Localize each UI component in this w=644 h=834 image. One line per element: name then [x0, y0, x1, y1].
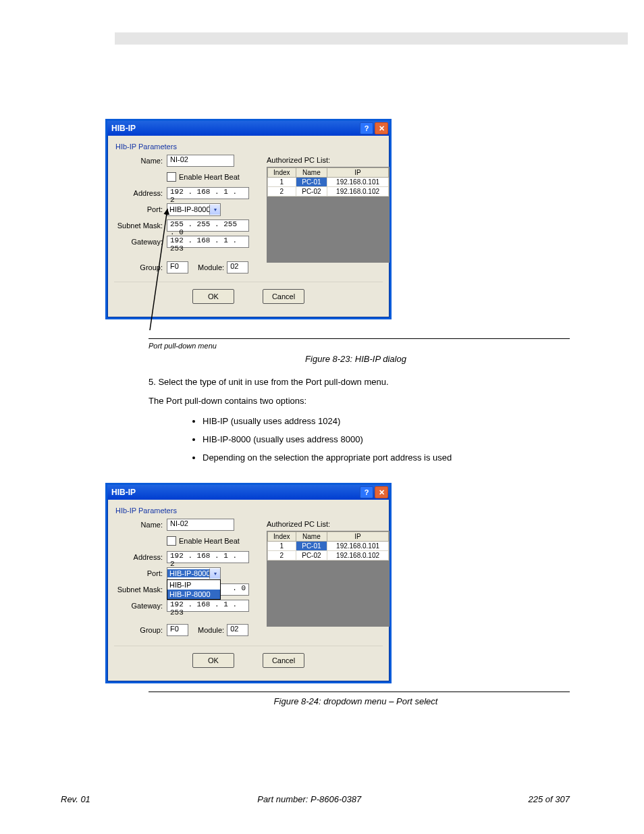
th-name[interactable]: Name [296, 168, 327, 178]
name-field[interactable]: NI-02 [167, 519, 234, 531]
th-index[interactable]: Index [268, 532, 296, 542]
list-item: HIB-IP (usually uses address 1024) [203, 416, 563, 426]
pclist-label: Authorized PC List: [267, 520, 388, 528]
ok-button[interactable]: OK [192, 653, 234, 668]
address-field[interactable]: 192 . 168 . 1 . 2 [167, 187, 249, 199]
group-field[interactable]: F0 [167, 624, 188, 636]
bullet-list: HIB-IP (usually uses address 1024) HIB-I… [176, 416, 563, 463]
group-legend: HIb-IP Parameters [115, 506, 383, 515]
list-item: HIB-IP-8000 (usually uses address 8000) [203, 434, 563, 444]
port-option[interactable]: HIB-IP [167, 580, 220, 590]
th-name[interactable]: Name [296, 532, 327, 542]
table-row: 1 PC-01 192.168.0.101 [268, 542, 389, 551]
footer-part: Part number: P-8606-0387 [257, 794, 361, 804]
cancel-button[interactable]: Cancel [263, 289, 304, 304]
body-text: The Port pull-down contains two options: [149, 395, 563, 407]
svg-line-0 [150, 209, 167, 330]
table-row: 1 PC-01 192.168.0.101 [268, 178, 389, 187]
footer-page: 225 of 307 [529, 794, 570, 804]
table-row: 2 PC-02 192.168.0.102 [268, 551, 389, 561]
th-ip[interactable]: IP [327, 168, 389, 178]
module-field[interactable]: 02 [227, 624, 248, 636]
close-button[interactable]: ✕ [375, 486, 388, 498]
help-button[interactable]: ? [360, 486, 373, 498]
port-label: Port: [114, 569, 167, 577]
th-index[interactable]: Index [268, 168, 296, 178]
table-row: 2 PC-02 192.168.0.102 [268, 187, 389, 197]
pclist-label: Authorized PC List: [267, 156, 388, 164]
gateway-label: Gateway: [114, 602, 167, 610]
figure-caption-2: Figure 8-24: dropdown menu – Port select [68, 696, 644, 706]
hibip-dialog-2: HIB-IP ? ✕ HIb-IP Parameters Name: NI-02 [105, 483, 392, 683]
address-label: Address: [114, 553, 167, 561]
heartbeat-label: Enable Heart Beat [179, 173, 240, 181]
module-field[interactable]: 02 [227, 261, 248, 273]
window-title: HIB-IP [111, 124, 136, 133]
subnet-label: Subnet Mask: [114, 585, 167, 594]
gateway-field[interactable]: 192 . 168 . 1 . 253 [167, 236, 249, 248]
address-label: Address: [114, 189, 167, 197]
port-value: HIB-IP-8000 [167, 569, 209, 577]
name-field[interactable]: NI-02 [167, 155, 234, 167]
titlebar: HIB-IP ? ✕ [107, 485, 390, 500]
port-dropdown-list: HIB-IP HIB-IP-8000 [167, 579, 221, 600]
group-legend: HIb-IP Parameters [115, 142, 383, 151]
step-text: 5. Select the type of unit in use from t… [149, 376, 563, 388]
annotation-arrow [146, 205, 173, 334]
page-header-bar [115, 32, 628, 45]
port-dropdown[interactable]: HIB-IP-8000 ▾ HIB-IP HIB-IP-8000 [167, 567, 221, 580]
pc-table[interactable]: Index Name IP 1 PC-01 192.168.0.101 [267, 531, 390, 627]
th-ip[interactable]: IP [327, 532, 389, 542]
subnet-field[interactable]: 255 . 255 . 255 . 0 [167, 219, 249, 232]
address-field[interactable]: 192 . 168 . 1 . 2 [167, 551, 249, 563]
page-footer: Rev. 01 Part number: P-8606-0387 225 of … [61, 794, 570, 804]
group-label: Group: [114, 626, 167, 634]
port-option[interactable]: HIB-IP-8000 [167, 590, 220, 599]
window-title: HIB-IP [111, 488, 136, 497]
name-label: Name: [114, 521, 167, 529]
arrow-label: Port pull-down menu [149, 342, 644, 350]
figure-caption-1: Figure 8-23: HIB-IP dialog [68, 354, 644, 364]
pc-table[interactable]: Index Name IP 1 PC-01 192.168.0.101 [267, 167, 390, 263]
heartbeat-checkbox[interactable] [167, 536, 176, 546]
help-button[interactable]: ? [360, 122, 373, 134]
ok-button[interactable]: OK [192, 289, 234, 304]
name-label: Name: [114, 157, 167, 165]
chevron-down-icon[interactable]: ▾ [209, 569, 220, 579]
module-label: Module: [198, 626, 224, 634]
list-item: Depending on the selection the appropria… [203, 452, 563, 463]
port-value: HIB-IP-8000 [167, 205, 209, 213]
module-label: Module: [198, 263, 224, 271]
close-button[interactable]: ✕ [375, 122, 388, 134]
titlebar: HIB-IP ? ✕ [107, 121, 390, 136]
chevron-down-icon[interactable]: ▾ [209, 205, 220, 215]
port-dropdown[interactable]: HIB-IP-8000 ▾ [167, 203, 221, 216]
heartbeat-checkbox[interactable] [167, 172, 176, 182]
gateway-field[interactable]: 192 . 168 . 1 . 253 [167, 600, 249, 612]
footer-rev: Rev. 01 [61, 794, 90, 804]
cancel-button[interactable]: Cancel [263, 653, 304, 668]
heartbeat-label: Enable Heart Beat [179, 537, 240, 545]
